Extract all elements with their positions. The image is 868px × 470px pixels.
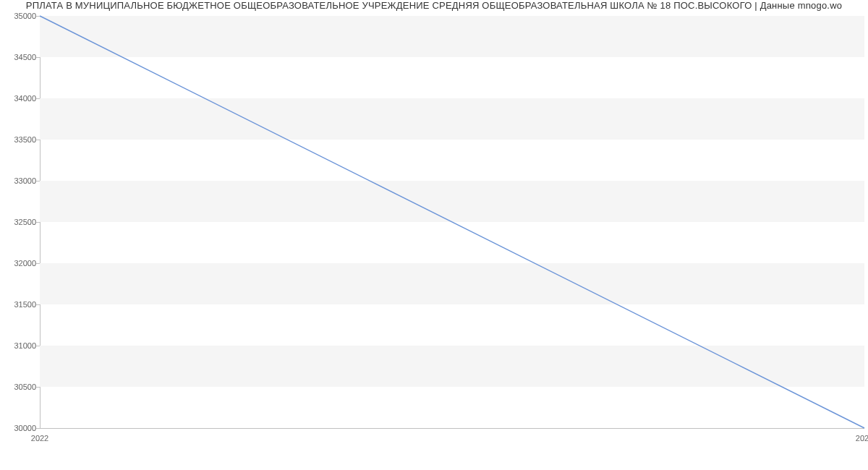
y-tick-label: 31000	[4, 341, 36, 350]
chart-container: РПЛАТА В МУНИЦИПАЛЬНОЕ БЮДЖЕТНОЕ ОБЩЕОБР…	[0, 0, 868, 470]
series-line	[40, 16, 864, 428]
y-tick-label: 30000	[4, 424, 36, 432]
y-tick-mark	[36, 57, 40, 58]
y-tick-mark	[36, 387, 40, 388]
y-tick-label: 34500	[4, 53, 36, 61]
x-axis-line	[40, 428, 864, 429]
y-tick-mark	[36, 140, 40, 140]
y-tick-mark	[36, 181, 40, 181]
y-tick-mark	[36, 16, 40, 17]
y-tick-label: 34000	[4, 94, 36, 103]
plot-area	[40, 16, 864, 428]
y-tick-label: 30500	[4, 383, 36, 391]
chart-title: РПЛАТА В МУНИЦИПАЛЬНОЕ БЮДЖЕТНОЕ ОБЩЕОБР…	[0, 0, 868, 11]
y-tick-mark	[36, 98, 40, 99]
y-tick-mark	[36, 346, 40, 346]
y-tick-mark	[36, 263, 40, 264]
x-tick-label: 2023	[856, 434, 868, 443]
y-tick-mark	[36, 304, 40, 305]
y-tick-label: 32000	[4, 259, 36, 268]
x-tick-label: 2022	[31, 434, 48, 443]
y-tick-label: 32500	[4, 218, 36, 226]
y-tick-mark	[36, 222, 40, 223]
y-tick-mark	[36, 428, 40, 429]
line-series	[40, 16, 864, 428]
y-tick-label: 31500	[4, 300, 36, 309]
y-tick-label: 35000	[4, 12, 36, 20]
y-tick-label: 33500	[4, 135, 36, 144]
y-tick-label: 33000	[4, 176, 36, 185]
